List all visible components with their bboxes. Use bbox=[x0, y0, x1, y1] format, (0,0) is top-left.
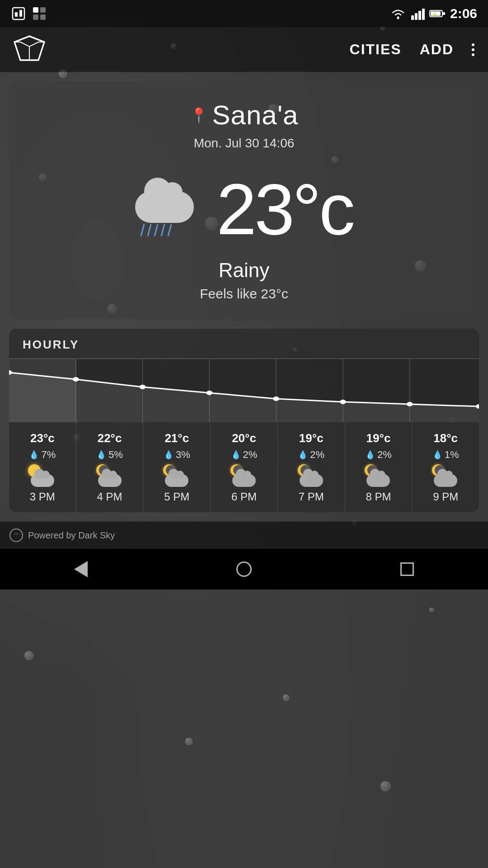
hourly-icon-8pm bbox=[364, 464, 393, 487]
nav-actions: CITIES ADD bbox=[350, 41, 474, 58]
hourly-temp-6pm: 20°c bbox=[232, 431, 256, 445]
menu-dot-2 bbox=[472, 48, 474, 51]
signal-icon bbox=[411, 7, 425, 20]
weather-main: 23°c bbox=[23, 173, 465, 245]
hourly-item-8pm: 19°c 💧 2% 8 PM bbox=[345, 422, 413, 512]
svg-rect-13 bbox=[443, 12, 445, 15]
wifi-icon bbox=[389, 7, 407, 20]
current-temperature: 23°c bbox=[216, 173, 353, 245]
weather-condition-icon bbox=[135, 182, 203, 236]
status-right-icons: ⚡ 2:06 bbox=[389, 6, 477, 21]
hourly-time-9pm: 9 PM bbox=[433, 491, 458, 503]
precip-drop-icon-9pm: 💧 bbox=[432, 450, 442, 460]
cloud-icon-6pm bbox=[232, 474, 256, 487]
notification-icon bbox=[32, 6, 47, 21]
chart-highlight bbox=[9, 359, 76, 422]
hourly-icon-7pm bbox=[297, 464, 326, 487]
hourly-precip-6pm: 💧 2% bbox=[231, 449, 258, 461]
hourly-time-3pm: 3 PM bbox=[30, 491, 55, 503]
hourly-temp-7pm: 19°c bbox=[299, 431, 324, 445]
svg-point-26 bbox=[140, 385, 146, 389]
hourly-precip-4pm: 💧 5% bbox=[96, 449, 123, 461]
hourly-temp-8pm: 19°c bbox=[366, 431, 391, 445]
hourly-icon-6pm bbox=[230, 464, 258, 487]
svg-text:⚡: ⚡ bbox=[432, 12, 437, 17]
hourly-icon-3pm bbox=[28, 464, 57, 487]
svg-rect-9 bbox=[415, 13, 418, 20]
hourly-precip-9pm: 💧 1% bbox=[432, 449, 459, 461]
precip-drop-icon-5pm: 💧 bbox=[164, 450, 174, 460]
svg-rect-10 bbox=[418, 11, 421, 20]
svg-rect-3 bbox=[33, 7, 38, 13]
hourly-time-4pm: 4 PM bbox=[97, 491, 122, 503]
svg-point-29 bbox=[340, 400, 346, 404]
main-content: 📍 Sana'a Mon. Jul 30 14:06 23°c Rainy Fe… bbox=[0, 72, 488, 521]
rain-lines bbox=[142, 224, 170, 236]
back-button[interactable] bbox=[74, 561, 88, 577]
menu-dot-1 bbox=[472, 43, 474, 46]
hourly-time-5pm: 5 PM bbox=[164, 491, 189, 503]
hourly-precip-3pm: 💧 7% bbox=[29, 449, 56, 461]
weather-datetime: Mon. Jul 30 14:06 bbox=[23, 136, 465, 151]
status-left-icons bbox=[11, 6, 47, 21]
svg-rect-0 bbox=[13, 8, 24, 19]
precip-value-9pm: 1% bbox=[445, 449, 459, 461]
hourly-header: HOURLY bbox=[9, 329, 479, 359]
hourly-item-6pm: 20°c 💧 2% 6 PM bbox=[211, 422, 278, 512]
more-menu-button[interactable] bbox=[472, 43, 474, 56]
hourly-time-8pm: 8 PM bbox=[366, 491, 391, 503]
hourly-icon-4pm bbox=[95, 464, 124, 487]
svg-rect-11 bbox=[422, 9, 425, 20]
cities-button[interactable]: CITIES bbox=[350, 41, 402, 58]
svg-rect-4 bbox=[40, 7, 46, 13]
cloud-icon-4pm bbox=[98, 474, 122, 487]
hourly-card: HOURLY bbox=[9, 329, 479, 512]
city-row: 📍 Sana'a bbox=[23, 99, 465, 131]
weather-condition: Rainy bbox=[23, 259, 465, 282]
city-name: Sana'a bbox=[212, 99, 299, 131]
precip-value-8pm: 2% bbox=[377, 449, 392, 461]
hourly-item-9pm: 18°c 💧 1% 9 PM bbox=[412, 422, 479, 512]
hourly-precip-5pm: 💧 3% bbox=[164, 449, 190, 461]
precip-drop-icon-6pm: 💧 bbox=[231, 450, 241, 460]
hourly-item-3pm: 23°c 💧 7% 3 PM bbox=[9, 422, 76, 512]
hourly-icon-9pm bbox=[431, 464, 460, 487]
cloud-icon bbox=[31, 474, 54, 487]
hourly-precip-8pm: 💧 2% bbox=[365, 449, 392, 461]
cloud-body bbox=[135, 191, 194, 223]
status-time: 2:06 bbox=[450, 6, 477, 21]
attribution-bar: Powered by Dark Sky bbox=[0, 521, 488, 549]
svg-rect-2 bbox=[19, 10, 22, 17]
precip-value-4pm: 5% bbox=[108, 449, 123, 461]
feels-like: Feels like 23°c bbox=[23, 286, 465, 302]
hourly-chart bbox=[9, 359, 479, 422]
svg-rect-1 bbox=[15, 12, 18, 17]
bottom-navigation bbox=[0, 549, 488, 590]
recents-button[interactable] bbox=[400, 562, 414, 576]
svg-rect-5 bbox=[33, 14, 38, 20]
cloud-icon-7pm bbox=[300, 474, 323, 487]
location-pin-icon: 📍 bbox=[190, 107, 208, 124]
precip-drop-icon-7pm: 💧 bbox=[298, 450, 308, 460]
hourly-item-4pm: 22°c 💧 5% 4 PM bbox=[76, 422, 144, 512]
hourly-time-7pm: 7 PM bbox=[299, 491, 324, 503]
status-bar: ⚡ 2:06 bbox=[0, 0, 488, 27]
hourly-time-6pm: 6 PM bbox=[231, 491, 257, 503]
attribution-text: Powered by Dark Sky bbox=[28, 530, 115, 541]
hourly-temp-9pm: 18°c bbox=[433, 431, 458, 445]
temperature-chart bbox=[9, 359, 479, 422]
precip-drop-icon: 💧 bbox=[29, 450, 39, 460]
hourly-label: HOURLY bbox=[23, 338, 79, 351]
app-logo bbox=[14, 35, 45, 64]
svg-point-32 bbox=[10, 529, 23, 542]
svg-point-7 bbox=[397, 17, 399, 19]
home-button[interactable] bbox=[236, 561, 252, 577]
cloud-icon-5pm bbox=[165, 474, 188, 487]
precip-drop-icon-4pm: 💧 bbox=[96, 450, 106, 460]
back-icon bbox=[74, 561, 88, 577]
hourly-precip-7pm: 💧 2% bbox=[298, 449, 324, 461]
add-button[interactable]: ADD bbox=[420, 41, 454, 58]
svg-point-27 bbox=[206, 391, 213, 395]
hourly-items-list: 23°c 💧 7% 3 PM 22°c 💧 5% bbox=[9, 422, 479, 512]
svg-point-30 bbox=[407, 402, 413, 406]
